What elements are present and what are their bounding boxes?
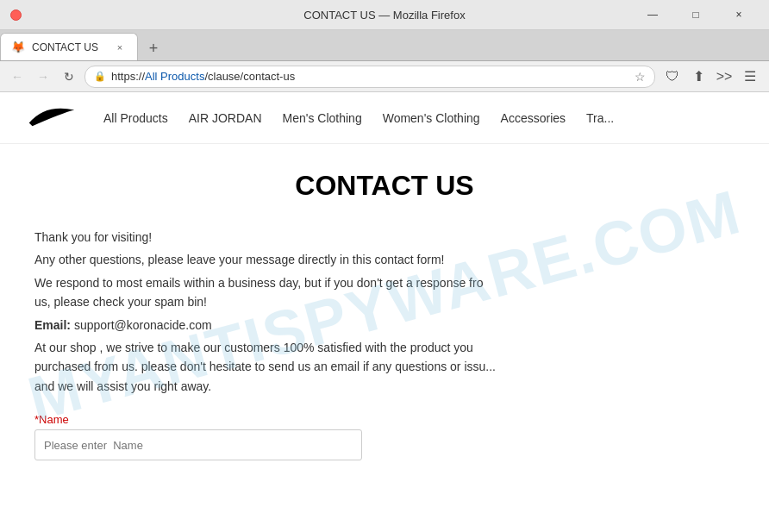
tab-title: CONTACT US [32, 41, 106, 53]
toolbar-right: 🛡 ⬆ >> ☰ [660, 65, 762, 89]
para-3: We respond to most emails within a busin… [34, 273, 735, 312]
window-title: CONTACT US — Mozilla Firefox [303, 9, 465, 22]
site-content: MYANTISPYWARE.COM All Products AIR JORDA… [0, 92, 769, 532]
menu-button[interactable]: ☰ [738, 65, 762, 89]
titlebar: CONTACT US — Mozilla Firefox — □ × [0, 0, 769, 30]
url-domain: All Products [145, 70, 204, 83]
url-text: https://All Products/clause/contact-us [111, 70, 295, 83]
bookmark-star-icon[interactable]: ☆ [635, 70, 646, 84]
address-bar-icons: ☆ [635, 70, 646, 84]
site-nav: All Products AIR JORDAN Men's Clothing W… [0, 92, 769, 144]
close-traffic-light[interactable] [10, 9, 22, 21]
more-tools-icon[interactable]: >> [712, 65, 736, 89]
page-body: CONTACT US Thank you for visiting! Any o… [0, 144, 769, 478]
address-bar: ← → ↻ 🔒 https://All Products/clause/cont… [0, 61, 769, 92]
para-5: At our shop , we strive to make our cust… [34, 338, 735, 396]
tab-bar: 🦊 CONTACT US × + [0, 30, 769, 61]
url-bar[interactable]: 🔒 https://All Products/clause/contact-us… [84, 66, 655, 88]
nav-all-products[interactable]: All Products [103, 111, 168, 125]
site-logo[interactable] [26, 99, 78, 137]
para-2: Any other questions, please leave your m… [34, 250, 735, 269]
active-tab[interactable]: 🦊 CONTACT US × [0, 33, 138, 60]
window-controls: — □ × [633, 0, 759, 30]
nav-mens-clothing[interactable]: Men's Clothing [283, 111, 362, 125]
tab-close-button[interactable]: × [113, 41, 127, 54]
contact-form: *Name [34, 413, 735, 460]
forward-button[interactable]: → [33, 66, 53, 87]
page-title: CONTACT US [34, 170, 735, 202]
url-path: /clause/contact-us [204, 70, 295, 83]
close-button[interactable]: × [719, 0, 759, 30]
nav-links: All Products AIR JORDAN Men's Clothing W… [103, 111, 614, 125]
email-label: Email: [34, 318, 71, 332]
name-field-label: *Name [34, 413, 735, 426]
nav-more[interactable]: Tra... [586, 111, 614, 125]
new-tab-button[interactable]: + [141, 36, 166, 60]
name-input[interactable] [34, 429, 362, 460]
reload-button[interactable]: ↻ [59, 66, 79, 87]
tab-favicon: 🦊 [11, 41, 25, 53]
contact-description: Thank you for visiting! Any other questi… [34, 228, 735, 396]
share-icon[interactable]: ⬆ [686, 65, 710, 89]
url-prefix: https:// [111, 70, 145, 83]
maximize-button[interactable]: □ [676, 0, 716, 30]
nike-swoosh-icon [26, 99, 78, 134]
back-button[interactable]: ← [7, 66, 28, 87]
nav-womens-clothing[interactable]: Women's Clothing [383, 111, 480, 125]
security-icon: 🔒 [94, 71, 106, 82]
email-value: support@koronacide.com [74, 318, 212, 332]
para-4: Email: support@koronacide.com [34, 316, 735, 335]
traffic-lights [10, 9, 22, 21]
nav-air-jordan[interactable]: AIR JORDAN [189, 111, 262, 125]
nav-accessories[interactable]: Accessories [501, 111, 566, 125]
minimize-button[interactable]: — [633, 0, 672, 30]
para-1: Thank you for visiting! [34, 228, 735, 247]
shield-icon[interactable]: 🛡 [660, 65, 685, 89]
